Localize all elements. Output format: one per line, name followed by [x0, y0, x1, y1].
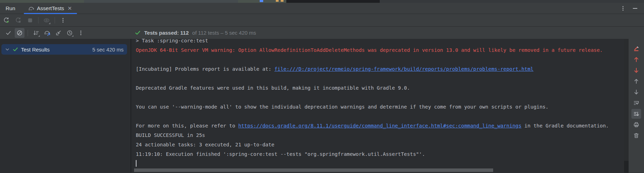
console-line: For more on this, please refer to https:…: [136, 121, 624, 131]
stop-icon: [27, 17, 33, 23]
console-line: [136, 93, 624, 102]
console-link[interactable]: file:///D:/project/remeio/spring-framewo…: [274, 66, 533, 72]
text-cursor: [136, 160, 136, 167]
console-line: BUILD SUCCESSFUL in 25s: [136, 131, 624, 140]
gradle-elephant-icon: [28, 5, 34, 12]
rerun-failed-tests-button[interactable]: [13, 15, 23, 25]
tests-passed-label: Tests passed: 112: [144, 30, 189, 36]
minimize-icon[interactable]: [632, 6, 638, 11]
down-stack-trace-icon: [633, 89, 639, 95]
up-stack-trace-icon: [633, 78, 639, 84]
console-scroll-gutter[interactable]: [624, 39, 629, 173]
test-history-button[interactable]: [65, 28, 75, 38]
tab-label: AssertTests: [37, 5, 64, 11]
console-cursor-line: [136, 159, 624, 168]
next-failed-test-button[interactable]: [631, 65, 641, 75]
clipped-editor-band: [84, 0, 238, 3]
error-marker-button[interactable]: [631, 44, 641, 54]
tool-window-header: Run AssertTests ✕: [0, 3, 644, 14]
console-line: > Task :spring-core:test: [136, 39, 624, 46]
rerun-button[interactable]: [1, 15, 11, 25]
main-area: Test Results 5 sec 420 ms > Task :spring…: [0, 39, 644, 173]
tree-row-test-results[interactable]: Test Results 5 sec 420 ms: [1, 44, 127, 55]
console-text: BUILD SUCCESSFUL in 25s: [136, 132, 205, 138]
scroll-to-end-button[interactable]: [631, 109, 641, 119]
show-ignored-button[interactable]: [15, 28, 24, 38]
tree-row-duration: 5 sec 420 ms: [92, 47, 124, 53]
print-button[interactable]: [631, 120, 641, 130]
pencil-error-marker-icon: [633, 46, 639, 52]
console-line: You can use '--warning-mode all' to show…: [136, 102, 624, 112]
show-passed-button[interactable]: [4, 28, 13, 38]
console-line: [136, 55, 624, 64]
console-text: OpenJDK 64-Bit Server VM warning: Option…: [136, 47, 603, 53]
console-text: Deprecated Gradle features were used in …: [136, 85, 410, 91]
clear-all-button[interactable]: [631, 131, 641, 140]
console-text: > Task :spring-core:test: [136, 39, 208, 43]
gradle-elephant-arrow-icon: [44, 29, 51, 36]
console-output: > Task :spring-core:testOpenJDK 64-Bit S…: [131, 39, 624, 173]
toolbar-separator: [28, 30, 28, 36]
horizontal-scrollbar-thumb[interactable]: [134, 168, 493, 172]
console-text: 11:19:10: Execution finished ':spring-co…: [136, 151, 425, 157]
console-line: [136, 74, 624, 83]
test-tree-panel: Test Results 5 sec 420 ms: [0, 39, 131, 173]
up-stack-trace-button[interactable]: [631, 76, 641, 86]
scroll-to-end-icon: [633, 111, 639, 117]
console-text: You can use '--warning-mode all' to show…: [136, 104, 548, 110]
console-line: 11:19:10: Execution finished ':spring-co…: [136, 150, 624, 159]
sort-tests-button[interactable]: [31, 28, 41, 38]
soft-wrap-button[interactable]: [631, 98, 641, 108]
dropdown-corner-icon: [38, 35, 40, 37]
test-toolbar: [0, 28, 131, 38]
more-options-button[interactable]: [58, 15, 68, 25]
import-test-results-button[interactable]: [54, 28, 63, 38]
show-options-button[interactable]: [42, 15, 51, 25]
more-options-button[interactable]: [76, 28, 86, 38]
console-line: [136, 112, 624, 121]
chevron-down-icon[interactable]: [5, 47, 10, 52]
clear-all-icon: [633, 132, 639, 139]
console-content: > Task :spring-core:testOpenJDK 64-Bit S…: [131, 39, 624, 168]
console-text: 24 actionable tasks: 3 executed, 21 up-t…: [136, 142, 274, 147]
next-failed-test-icon: [633, 67, 639, 74]
show-passed-check-icon: [5, 30, 12, 36]
test-toolbar-strip: Tests passed: 112 of 112 tests – 5 sec 4…: [0, 27, 644, 39]
console-text: For more on this, please refer to: [136, 123, 238, 129]
toolbar-separator: [38, 17, 38, 23]
kebab-more-icon[interactable]: [620, 6, 626, 11]
tab-asserttests[interactable]: AssertTests ✕: [23, 3, 78, 14]
gutter-notch: [624, 161, 629, 173]
check-icon: [13, 47, 18, 52]
dropdown-corner-icon: [72, 35, 74, 37]
clipped-editor-strip: [0, 0, 644, 3]
close-icon[interactable]: ✕: [67, 5, 73, 12]
soft-wrap-icon: [633, 100, 639, 106]
console-line: Deprecated Gradle features were used in …: [136, 83, 624, 93]
tree-row-label: Test Results: [21, 47, 50, 53]
clipped-editor-mark: [276, 0, 279, 2]
clipped-editor-band: [380, 0, 644, 3]
console-line: OpenJDK 64-Bit Server VM warning: Option…: [136, 46, 624, 55]
show-ignored-icon: [16, 30, 23, 36]
stop-button[interactable]: [25, 15, 35, 25]
import-test-results-icon: [55, 30, 62, 36]
run-tool-window: Run AssertTests ✕: [0, 0, 644, 173]
dropdown-corner-icon: [49, 22, 50, 24]
console-right-toolbar: [629, 39, 644, 173]
console-line: 24 actionable tasks: 3 executed, 21 up-t…: [136, 140, 624, 150]
previous-failed-test-icon: [633, 56, 639, 63]
kebab-more-icon: [78, 30, 84, 36]
down-stack-trace-button[interactable]: [631, 87, 641, 97]
console-link[interactable]: https://docs.gradle.org/8.11.1/userguide…: [238, 123, 522, 129]
clipped-editor-mark: [260, 0, 263, 2]
gradle-test-runner-button[interactable]: [42, 28, 52, 38]
kebab-more-icon: [60, 18, 66, 23]
tests-detail-label: of 112 tests – 5 sec 420 ms: [192, 30, 256, 36]
test-summary: Tests passed: 112 of 112 tests – 5 sec 4…: [135, 30, 256, 36]
previous-failed-test-button[interactable]: [631, 55, 641, 64]
console-text: in the Gradle documentation.: [522, 123, 609, 129]
console-line: [Incubating] Problems report is availabl…: [136, 64, 624, 74]
clipped-editor-mark: [281, 0, 284, 2]
rerun-icon: [3, 17, 9, 23]
